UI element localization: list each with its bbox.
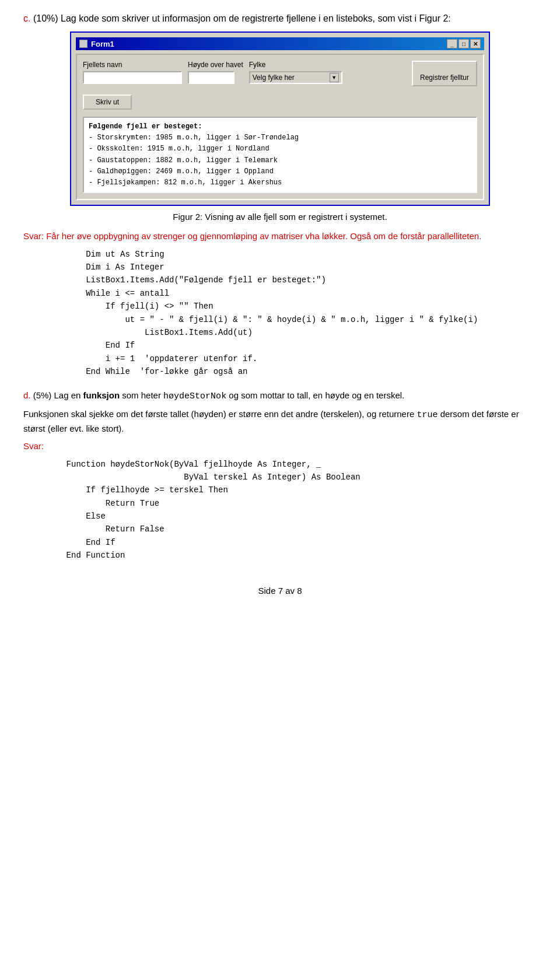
form-group-mountain: Fjellets navn [83,61,182,84]
input-mountain-name[interactable] [83,71,182,84]
section-d-text-rest: og som mottar to tall, en høyde og en te… [226,390,404,400]
section-d-text-before: Lag en [54,390,83,400]
section-d-code-name: høydeStorNok [163,391,226,401]
code-block-d: Function høydeStorNok(ByVal fjellhoyde A… [47,458,537,562]
dropdown-text: Velg fylke her [253,74,295,82]
section-d-text2: Funksjonen skal sjekke om det første tal… [23,408,537,435]
maximize-button[interactable]: □ [459,39,469,48]
section-d-text-after: som heter [120,390,163,400]
title-left: Form1 [79,40,114,48]
form-group-county: Fylke Velg fylke her ▼ [249,61,342,84]
listbox-line-0: Følgende fjell er besteget: [89,121,471,132]
listbox-line-3: - Gaustatoppen: 1882 m.o.h, ligger i Tel… [89,155,471,166]
close-button[interactable]: ✕ [470,39,481,48]
window-title: Form1 [91,40,114,48]
svar-intro: Svar: Får her øve oppbygning av strenger… [23,230,537,243]
listbox-line-1: - Storskrymten: 1985 m.o.h, ligger i Sør… [89,132,471,144]
print-button-container: Skriv ut [83,91,477,113]
label-height: Høyde over havet [188,61,243,69]
form-row-inputs: Fjellets navn Høyde over havet Fylke Vel… [83,61,477,86]
figure-window: Form1 _ □ ✕ Fjellets navn Høyde over hav… [70,32,490,206]
code-block-c: Dim ut As String Dim i As Integer ListBo… [47,248,537,379]
window-controls[interactable]: _ □ ✕ [447,39,481,48]
section-c-text: Lag kode som skriver ut informasjon om d… [61,13,451,23]
section-d-label: d. [23,390,31,400]
county-dropdown[interactable]: Velg fylke her ▼ [249,71,342,84]
section-c-header: c. (10%) Lag kode som skriver ut informa… [23,12,537,26]
section-d-container: d. (5%) Lag en funksjon som heter høydeS… [23,389,537,562]
input-height[interactable] [188,71,235,84]
window-titlebar: Form1 _ □ ✕ [76,37,484,50]
dropdown-arrow-icon[interactable]: ▼ [330,73,339,82]
form-group-height: Høyde over havet [188,61,243,84]
section-d-header: d. (5%) Lag en funksjon som heter høydeS… [23,389,537,404]
listbox: Følgende fjell er besteget: - Storskrymt… [83,117,477,193]
section-c-label: c. [23,13,30,23]
register-button[interactable]: Registrer fjelltur [412,61,477,86]
listbox-line-5: - Fjellsjøkampen: 812 m.o.h, ligger i Ak… [89,177,471,188]
window-body: Fjellets navn Høyde over havet Fylke Vel… [76,54,484,200]
inline-true: true [416,410,438,420]
label-mountain-name: Fjellets navn [83,61,182,69]
print-button[interactable]: Skriv ut [83,94,132,110]
label-county: Fylke [249,61,342,69]
listbox-line-4: - Galdhøpiggen: 2469 m.o.h, ligger i Opp… [89,166,471,177]
listbox-line-2: - Oksskolten: 1915 m.o.h, ligger i Nordl… [89,144,471,155]
svar-d-label: Svar: [23,440,537,453]
window-icon [79,40,88,48]
figure-caption: Figur 2: Visning av alle fjell som er re… [23,212,537,222]
minimize-button[interactable]: _ [447,39,457,48]
page-number: Side 7 av 8 [23,586,537,596]
section-d-bold: funksjon [83,390,120,400]
section-c-percent: (10%) [33,13,58,23]
section-d-percent: (5%) [33,390,52,400]
